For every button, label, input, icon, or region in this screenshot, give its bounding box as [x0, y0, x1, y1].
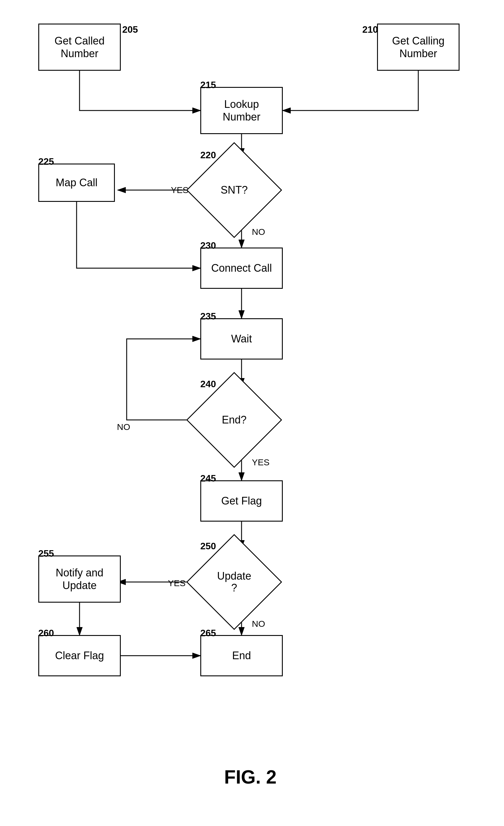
ref-205: 205: [122, 24, 138, 35]
ref-240: 240: [200, 379, 216, 390]
ref-250: 250: [200, 541, 216, 552]
end-box: End: [200, 635, 283, 676]
connect-call-box: Connect Call: [200, 247, 283, 289]
snt-diamond: SNT?: [200, 156, 268, 224]
ref-215: 215: [200, 79, 216, 91]
end-diamond: End?: [200, 386, 268, 454]
diagram: Get Called Number 205 Get Calling Number…: [0, 0, 504, 826]
ref-245: 245: [200, 473, 216, 484]
yes-snt-label: YES: [171, 185, 189, 195]
ref-260: 260: [38, 628, 54, 639]
no-update-label: NO: [252, 619, 265, 629]
wait-box: Wait: [200, 318, 283, 359]
lookup-number-box: Lookup Number: [200, 87, 283, 134]
get-called-number-box: Get Called Number: [38, 23, 121, 71]
ref-255: 255: [38, 548, 54, 559]
ref-230: 230: [200, 240, 216, 251]
figure-label: FIG. 2: [206, 766, 295, 788]
ref-265: 265: [200, 628, 216, 639]
map-call-box: Map Call: [38, 164, 115, 202]
ref-210: 210: [362, 24, 378, 35]
ref-235: 235: [200, 311, 216, 322]
yes-update-label: YES: [168, 578, 186, 588]
no-end-label: NO: [117, 422, 130, 432]
no-snt-label: NO: [252, 227, 265, 237]
yes-end-label: YES: [252, 457, 269, 467]
clear-flag-box: Clear Flag: [38, 635, 121, 676]
get-flag-box: Get Flag: [200, 480, 283, 522]
ref-220: 220: [200, 150, 216, 161]
update-diamond: Update ?: [200, 548, 268, 616]
notify-update-box: Notify and Update: [38, 555, 121, 603]
ref-225: 225: [38, 156, 54, 167]
get-calling-number-box: Get Calling Number: [377, 23, 459, 71]
